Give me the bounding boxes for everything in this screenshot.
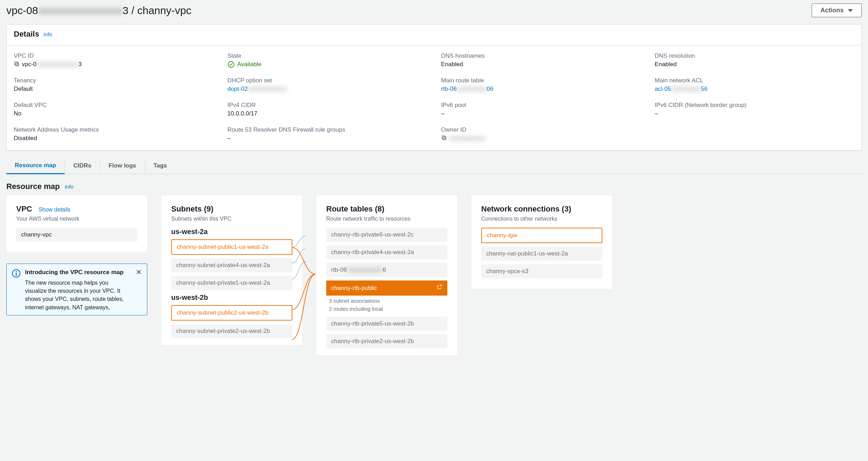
- dns-host-label: DNS hostnames: [441, 52, 641, 59]
- page-title: vpc-08xxxxxxxxxxxxxxxx3 / channy-vpc: [6, 5, 191, 17]
- az-heading-2b: us-west-2b: [171, 293, 292, 302]
- nc-sub: Connections to other networks: [481, 216, 602, 222]
- nc-item[interactable]: channy-igw: [481, 228, 602, 243]
- resource-map-info-link[interactable]: Info: [65, 184, 74, 190]
- tab-resource-map[interactable]: Resource map: [6, 158, 65, 174]
- network-connections-card: Network connections (3) Connections to o…: [471, 195, 612, 289]
- default-vpc-value: No: [14, 110, 213, 117]
- rt-item[interactable]: rtb-06xxxxxxxxxxxx6: [326, 263, 447, 277]
- rt-item[interactable]: channy-rtb-private5-us-west-2b: [326, 317, 447, 331]
- state-value: Available: [228, 61, 427, 68]
- tenancy-label: Tenancy: [14, 77, 213, 84]
- rt-item[interactable]: channy-rtb-private2-us-west-2b: [326, 334, 447, 348]
- subnets-title: Subnets (9): [171, 204, 292, 214]
- ipv6pool-label: IPv6 pool: [441, 102, 641, 109]
- subnet-item[interactable]: channy-subnet-public1-us-west-2a: [171, 239, 292, 255]
- ipv4-label: IPv4 CIDR: [228, 102, 427, 109]
- subnet-item[interactable]: channy-subnet-private4-us-west-2a: [171, 258, 292, 272]
- default-vpc-label: Default VPC: [14, 102, 213, 109]
- svg-point-6: [16, 271, 17, 272]
- subnets-card: Subnets (9) Subnets within this VPC us-w…: [161, 195, 302, 345]
- main-rt-link[interactable]: rtb-06xxxxxxxxxx06: [441, 86, 641, 93]
- ipv6pool-value: –: [441, 110, 641, 117]
- naum-label: Network Address Usage metrics: [14, 126, 213, 133]
- nc-item[interactable]: channy-vpce-s3: [481, 264, 602, 278]
- svg-rect-4: [442, 136, 445, 139]
- check-circle-icon: [228, 61, 235, 68]
- rt-item[interactable]: channy-rtb-private6-us-west-2c: [326, 228, 447, 242]
- info-icon: [12, 269, 21, 311]
- vpc-card: VPC Show details Your AWS virtual networ…: [6, 195, 147, 252]
- ipv4-value: 10.0.0.0/17: [228, 110, 427, 117]
- info-box-body: The new resource map helps you visualize…: [25, 279, 131, 311]
- az-heading-2a: us-west-2a: [171, 228, 292, 236]
- owner-value: xxxxxxxxxxxx: [441, 135, 641, 142]
- tab-flow-logs[interactable]: Flow logs: [100, 158, 145, 173]
- owner-label: Owner ID: [441, 126, 641, 133]
- info-box-title: Introducing the VPC resource map: [25, 269, 131, 276]
- state-label: State: [228, 52, 427, 59]
- vpc-id-label: VPC ID: [14, 52, 213, 59]
- rt-sub: Route network traffic to resources: [326, 216, 447, 222]
- details-info-link[interactable]: Info: [43, 31, 52, 37]
- ipv6cidr-value: –: [655, 110, 855, 117]
- rt-meta-2: 2 routes including local: [329, 306, 447, 312]
- caret-down-icon: [848, 9, 853, 12]
- dhcp-label: DHCP option set: [228, 77, 427, 84]
- r53-label: Route 53 Resolver DNS Firewall rule grou…: [228, 126, 427, 133]
- subnets-sub: Subnets within this VPC: [171, 216, 292, 222]
- rt-item[interactable]: channy-rtb-private4-us-west-2a: [326, 245, 447, 259]
- subnet-item[interactable]: channy-subnet-private1-us-west-2a: [171, 276, 292, 290]
- dns-res-value: Enabled: [655, 61, 855, 68]
- rt-item-selected[interactable]: channy-rtb-public: [326, 280, 447, 296]
- details-panel: Details Info VPC ID vpc-0xxxxxxxxxxxxxx3…: [6, 24, 862, 151]
- r53-value: –: [228, 135, 427, 142]
- resource-map-heading: Resource map: [6, 182, 60, 191]
- dns-res-label: DNS resolution: [655, 52, 855, 59]
- vpc-item[interactable]: channy-vpc: [16, 228, 137, 242]
- tab-cidrs[interactable]: CIDRs: [65, 158, 100, 173]
- dns-host-value: Enabled: [441, 61, 641, 68]
- naum-value: Disabled: [14, 135, 213, 142]
- subnet-item[interactable]: channy-subnet-public2-us-west-2b: [171, 305, 292, 321]
- dhcp-link[interactable]: dopt-02xxxxxxxxxxxxx: [228, 86, 427, 93]
- route-tables-card: Route tables (8) Route network traffic t…: [316, 195, 457, 355]
- external-link-icon[interactable]: [436, 284, 442, 292]
- show-details-link[interactable]: Show details: [38, 207, 70, 213]
- tab-tags[interactable]: Tags: [145, 158, 175, 173]
- subnet-item[interactable]: channy-subnet-private2-us-west-2b: [171, 324, 292, 338]
- nc-item[interactable]: channy-nat-public1-us-west-2a: [481, 247, 602, 261]
- ipv6cidr-label: IPv6 CIDR (Network border group): [655, 102, 855, 109]
- vpc-id-value: vpc-0xxxxxxxxxxxxxx3: [14, 61, 213, 68]
- vpc-card-title: VPC Show details: [16, 204, 137, 214]
- tenancy-value: Default: [14, 86, 213, 93]
- nc-title: Network connections (3): [481, 204, 602, 214]
- svg-rect-0: [16, 63, 19, 66]
- actions-button[interactable]: Actions: [812, 4, 862, 17]
- copy-icon[interactable]: [14, 61, 22, 68]
- main-acl-label: Main network ACL: [655, 77, 855, 84]
- close-icon[interactable]: [136, 269, 142, 311]
- rt-meta-1: 3 subnet associations: [329, 298, 447, 304]
- main-rt-label: Main route table: [441, 77, 641, 84]
- copy-icon[interactable]: [441, 135, 449, 141]
- svg-rect-7: [16, 273, 17, 276]
- details-heading: Details: [14, 30, 39, 39]
- info-box: Introducing the VPC resource map The new…: [6, 264, 147, 315]
- rt-title: Route tables (8): [326, 204, 447, 214]
- svg-rect-1: [15, 62, 18, 65]
- vpc-card-sub: Your AWS virtual network: [16, 216, 137, 222]
- tabs-bar: Resource map CIDRs Flow logs Tags: [6, 158, 862, 174]
- main-acl-link[interactable]: acl-05xxxxxxxxxx56: [655, 86, 855, 93]
- svg-rect-3: [443, 137, 446, 140]
